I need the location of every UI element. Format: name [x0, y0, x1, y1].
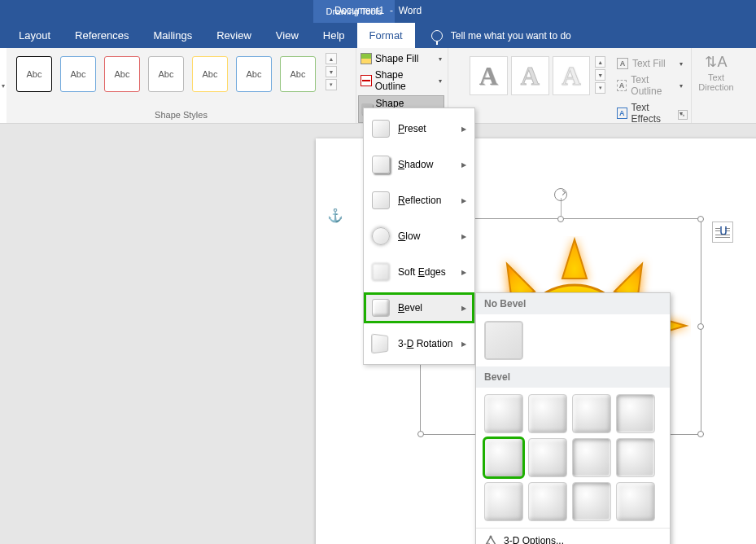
- shape-style-4[interactable]: Abc: [148, 56, 184, 92]
- shape-style-6[interactable]: Abc: [236, 56, 272, 92]
- window-title: Document1 - Word: [334, 5, 422, 16]
- shape-style-gallery-nav: ▲ ▼ ▾: [326, 53, 337, 90]
- text-fill-icon: A: [617, 58, 628, 69]
- group-shape-styles: Abc Abc Abc Abc Abc Abc Abc ▲ ▼ ▾ Shape …: [7, 48, 356, 123]
- shape-fill-label: Shape Fill: [375, 53, 418, 64]
- shape-outline-dropdown[interactable]: Shape Outline ▾: [358, 68, 444, 94]
- bevel-11[interactable]: [572, 482, 611, 521]
- shape-effects-menu: Preset ▶ Shadow ▶ Reflection ▶ Glow ▶ So…: [363, 107, 475, 365]
- rotate-handle[interactable]: [554, 188, 567, 201]
- fx-glow[interactable]: Glow ▶: [364, 221, 474, 252]
- wordart-style-3[interactable]: A: [553, 56, 591, 95]
- reflection-icon: [372, 191, 390, 209]
- bevel-5-selected[interactable]: [484, 438, 523, 477]
- chevron-right-icon: ▶: [461, 269, 466, 276]
- tab-references[interactable]: References: [63, 23, 141, 48]
- resize-handle-tm[interactable]: [557, 216, 564, 222]
- resize-handle-bl[interactable]: [417, 431, 424, 437]
- resize-handle-br[interactable]: [697, 431, 704, 437]
- layout-options-button[interactable]: [712, 222, 733, 243]
- wa-gallery-up[interactable]: ▲: [595, 56, 605, 68]
- group-wordart-styles: A A A ▲ ▼ ▾ AText Fill▾ AText Outline▾ A…: [448, 48, 692, 123]
- shape-style-2[interactable]: Abc: [60, 56, 96, 92]
- ribbon-edge: ▾: [0, 48, 7, 123]
- bevel-8[interactable]: [616, 438, 655, 477]
- wordart-gallery-nav: ▲ ▼ ▾: [595, 56, 605, 94]
- bevel-12[interactable]: [616, 482, 655, 521]
- doc-name: Document1: [334, 5, 384, 16]
- tab-review[interactable]: Review: [204, 23, 264, 48]
- resize-handle-mr[interactable]: [697, 323, 704, 330]
- chevron-right-icon: ▶: [461, 233, 466, 240]
- group-text: ⇅A Text Direction: [692, 48, 741, 123]
- fx-3d-rotation[interactable]: 3-D Rotation ▶: [364, 328, 474, 359]
- text-effects-dropdown[interactable]: AText Effects▾: [614, 100, 686, 126]
- tab-help[interactable]: Help: [311, 23, 357, 48]
- shape-outline-label: Shape Outline: [375, 69, 435, 92]
- svg-rect-14: [715, 235, 730, 235]
- gallery-up[interactable]: ▲: [326, 53, 337, 64]
- fx-reflection[interactable]: Reflection ▶: [364, 185, 474, 216]
- gallery-more[interactable]: ▾: [326, 79, 337, 90]
- lightbulb-icon: [431, 30, 443, 42]
- bevel-3d-options-label: 3-D Options...: [504, 535, 564, 544]
- chevron-right-icon: ▶: [461, 161, 466, 169]
- wa-gallery-down[interactable]: ▼: [595, 69, 605, 81]
- rotation-icon: [371, 333, 388, 353]
- shape-style-1[interactable]: Abc: [16, 56, 52, 92]
- bevel-1[interactable]: [484, 394, 523, 433]
- bevel-7[interactable]: [572, 438, 611, 477]
- text-direction-icon: ⇅A: [705, 53, 727, 71]
- bevel-6[interactable]: [528, 438, 567, 477]
- pen-icon: [361, 75, 372, 86]
- text-outline-dropdown: AText Outline▾: [614, 72, 686, 99]
- tab-mailings[interactable]: Mailings: [142, 23, 205, 48]
- bevel-2[interactable]: [528, 394, 567, 433]
- svg-rect-15: [715, 237, 730, 238]
- group-label-shape-styles: Shape Styles: [7, 110, 356, 123]
- wordart-style-1[interactable]: A: [470, 56, 508, 95]
- bevel-3[interactable]: [572, 394, 611, 433]
- svg-point-16: [490, 536, 492, 538]
- bevel-section-bevel: Bevel: [476, 366, 670, 388]
- wa-gallery-more[interactable]: ▾: [595, 82, 605, 94]
- fx-shadow[interactable]: Shadow ▶: [364, 149, 474, 180]
- chevron-right-icon: ▶: [461, 305, 466, 312]
- text-effects-icon: A: [617, 107, 627, 119]
- text-fill-dropdown: AText Fill▾: [614, 56, 686, 71]
- options-icon: [484, 535, 497, 544]
- fx-soft-edges[interactable]: Soft Edges ▶: [364, 257, 474, 287]
- tab-layout[interactable]: Layout: [7, 23, 63, 48]
- shape-style-7[interactable]: Abc: [280, 56, 316, 92]
- tab-format[interactable]: Format: [357, 23, 415, 48]
- resize-handle-tr[interactable]: [697, 216, 704, 222]
- chevron-right-icon: ▶: [461, 340, 466, 348]
- ribbon-tabs: Layout References Mailings Review View H…: [0, 23, 756, 48]
- tell-me[interactable]: Tell me what you want to do: [431, 23, 571, 48]
- bevel-4[interactable]: [616, 394, 655, 433]
- bevel-submenu: No Bevel Bevel 3-D Options...: [475, 292, 671, 544]
- shape-style-3[interactable]: Abc: [104, 56, 140, 92]
- fx-bevel[interactable]: Bevel ▶: [364, 292, 474, 323]
- bevel-10[interactable]: [528, 482, 567, 521]
- wordart-dialog-launcher[interactable]: ↘: [678, 110, 688, 120]
- shadow-icon: [372, 156, 390, 173]
- shape-fill-dropdown[interactable]: Shape Fill ▾: [358, 51, 444, 66]
- layout-options-icon: [715, 226, 730, 238]
- bevel-9[interactable]: [484, 482, 523, 521]
- tell-me-label: Tell me what you want to do: [451, 30, 571, 42]
- bucket-icon: [361, 53, 372, 64]
- bevel-section-no-bevel: No Bevel: [476, 293, 670, 314]
- bevel-icon: [372, 299, 390, 317]
- shape-style-5[interactable]: Abc: [192, 56, 228, 92]
- preset-icon: [372, 120, 390, 138]
- text-direction-button: ⇅A Text Direction: [692, 48, 741, 92]
- app-name: Word: [399, 5, 422, 16]
- bevel-3d-options[interactable]: 3-D Options...: [476, 528, 670, 544]
- wordart-style-2[interactable]: A: [511, 56, 549, 95]
- bevel-none[interactable]: [484, 321, 523, 360]
- gallery-down[interactable]: ▼: [326, 66, 337, 77]
- tab-view[interactable]: View: [264, 23, 311, 48]
- svg-rect-11: [715, 230, 720, 231]
- fx-preset[interactable]: Preset ▶: [364, 113, 474, 144]
